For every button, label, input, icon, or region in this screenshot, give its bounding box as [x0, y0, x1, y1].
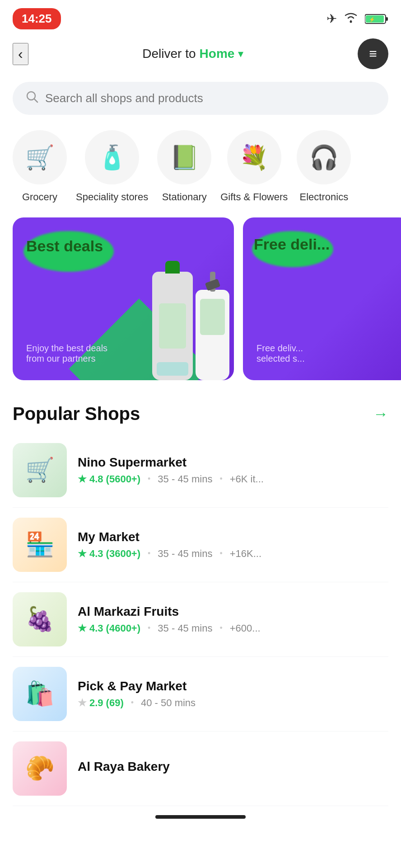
dot-separator: •: [148, 623, 150, 633]
banner2-subtitle: Free deliv...selected s...: [256, 343, 396, 364]
menu-button[interactable]: ≡: [358, 38, 388, 69]
review-count: (5600+): [106, 473, 140, 485]
see-all-button[interactable]: →: [373, 405, 388, 423]
shop-item[interactable]: 🛒 Nino Supermarket ★ 4.8 (5600+) • 35 - …: [13, 433, 388, 508]
banner-title: Best deals: [26, 237, 103, 255]
deliver-text: Deliver to: [142, 47, 196, 61]
shop-meta: ★ 4.8 (5600+) • 35 - 45 mins • +6K it...: [78, 473, 388, 485]
shop-meta: ★ 2.9 (69) • 40 - 50 mins: [78, 697, 388, 709]
shop-info: Nino Supermarket ★ 4.8 (5600+) • 35 - 45…: [78, 455, 388, 485]
search-bar[interactable]: [13, 82, 388, 115]
status-icons: ✈ ⚡: [326, 11, 388, 27]
category-label-stationary: Stationary: [162, 191, 207, 204]
category-icon-speciality: 🧴: [85, 130, 139, 184]
shop-meta: ★ 4.3 (3600+) • 35 - 45 mins • +16K...: [78, 548, 388, 560]
status-bar: 14:25 ✈ ⚡: [0, 0, 401, 34]
review-count: (4600+): [106, 623, 140, 634]
banner2-title: Free deli...: [254, 236, 330, 253]
review-count: (69): [106, 697, 124, 709]
category-item-stationary[interactable]: 📗 Stationary: [153, 130, 216, 204]
location-label: Home: [200, 47, 235, 61]
shop-name: Al Raya Bakery: [78, 760, 388, 774]
shop-thumbnail: 🛒: [13, 443, 67, 497]
dot-separator: •: [131, 698, 134, 708]
banner-subtitle: Enjoy the best dealsfrom our partners: [26, 343, 220, 364]
category-icon-grocery: 🛒: [13, 130, 67, 184]
search-input[interactable]: [45, 91, 376, 105]
shop-item[interactable]: 🍇 Al Markazi Fruits ★ 4.3 (4600+) • 35 -…: [13, 582, 388, 657]
airplane-icon: ✈: [326, 11, 337, 26]
category-icon-gifts: 💐: [227, 130, 281, 184]
shop-name: Pick & Pay Market: [78, 679, 388, 693]
dot-separator: •: [148, 474, 150, 484]
dot-separator: •: [148, 549, 150, 558]
shop-rating: ★ 4.3 (4600+): [78, 623, 140, 634]
shop-item[interactable]: 🥐 Al Raya Bakery: [13, 731, 388, 806]
review-count: (3600+): [106, 548, 140, 560]
shop-info: My Market ★ 4.3 (3600+) • 35 - 45 mins •…: [78, 530, 388, 560]
category-item-gifts[interactable]: 💐 Gifts & Flowers: [220, 130, 288, 204]
free-delivery-banner[interactable]: Free deli... Free deliv...selected s...: [243, 217, 401, 380]
shop-list: 🛒 Nino Supermarket ★ 4.8 (5600+) • 35 - …: [0, 433, 401, 806]
shop-meta: ★ 4.3 (4600+) • 35 - 45 mins • +600...: [78, 623, 388, 634]
shop-time: 35 - 45 mins: [158, 473, 212, 485]
shop-item[interactable]: 🛍️ Pick & Pay Market ★ 2.9 (69) • 40 - 5…: [13, 657, 388, 731]
shop-info: Pick & Pay Market ★ 2.9 (69) • 40 - 50 m…: [78, 679, 388, 709]
best-deals-banner[interactable]: Best deals Enjoy the best dealsfrom our …: [13, 217, 234, 380]
shop-info: Al Markazi Fruits ★ 4.3 (4600+) • 35 - 4…: [78, 604, 388, 634]
shop-rating: ★ 4.8 (5600+): [78, 473, 140, 485]
shop-thumbnail: 🥐: [13, 741, 67, 796]
star-icon: ★: [78, 623, 87, 634]
shop-thumbnail: 🛍️: [13, 667, 67, 721]
wifi-icon: [343, 11, 359, 27]
popular-shops-title: Popular Shops: [13, 404, 140, 424]
shop-name: My Market: [78, 530, 388, 544]
shop-rating: ★ 4.3 (3600+): [78, 548, 140, 560]
categories-row: 🛒 Grocery 🧴 Speciality stores 📗 Stationa…: [0, 126, 401, 217]
shop-thumbnail: 🍇: [13, 592, 67, 646]
header: ‹ Deliver to Home ▾ ≡: [0, 34, 401, 77]
menu-icon: ≡: [369, 47, 377, 61]
product-image: [152, 272, 229, 380]
dot-separator2: •: [219, 549, 222, 558]
star-icon: ★: [78, 548, 87, 560]
dot-separator2: •: [219, 474, 222, 484]
category-icon-stationary: 📗: [157, 130, 211, 184]
category-label-grocery: Grocery: [22, 191, 57, 204]
banner-container: Best deals Enjoy the best dealsfrom our …: [0, 217, 401, 396]
category-label-electronics: Electronics: [300, 191, 349, 204]
bottom-bar: [0, 806, 401, 832]
category-label-speciality: Speciality stores: [76, 191, 148, 204]
rating-value: 4.3: [89, 623, 103, 634]
svg-rect-2: [386, 17, 388, 21]
shop-name: Al Markazi Fruits: [78, 604, 388, 619]
category-item-electronics[interactable]: 🎧 Electronics: [292, 130, 355, 204]
category-label-gifts: Gifts & Flowers: [220, 191, 288, 204]
shop-items: +6K it...: [230, 473, 264, 485]
home-indicator: [155, 815, 246, 819]
svg-line-6: [34, 99, 37, 102]
shop-info: Al Raya Bakery: [78, 760, 388, 778]
popular-shops-header: Popular Shops →: [0, 396, 401, 433]
shop-rating: ★ 2.9 (69): [78, 697, 124, 709]
shop-time: 35 - 45 mins: [158, 548, 212, 560]
rating-value: 4.3: [89, 548, 103, 560]
shop-item[interactable]: 🏪 My Market ★ 4.3 (3600+) • 35 - 45 mins…: [13, 508, 388, 582]
category-item-speciality[interactable]: 🧴 Speciality stores: [76, 130, 148, 204]
deliver-to[interactable]: Deliver to Home ▾: [142, 47, 243, 61]
shop-time: 35 - 45 mins: [158, 623, 212, 634]
category-item-grocery[interactable]: 🛒 Grocery: [8, 130, 71, 204]
shop-thumbnail: 🏪: [13, 518, 67, 572]
chevron-down-icon: ▾: [238, 47, 243, 60]
battery-icon: ⚡: [365, 13, 388, 25]
star-icon: ★: [78, 473, 87, 485]
shop-name: Nino Supermarket: [78, 455, 388, 470]
star-icon: ★: [78, 697, 87, 709]
shop-time: 40 - 50 mins: [141, 697, 196, 709]
svg-text:⚡: ⚡: [369, 16, 375, 23]
search-container: [0, 77, 401, 126]
shop-items: +600...: [230, 623, 261, 634]
rating-value: 2.9: [89, 697, 103, 709]
back-button[interactable]: ‹: [13, 43, 28, 65]
svg-point-0: [350, 21, 352, 23]
